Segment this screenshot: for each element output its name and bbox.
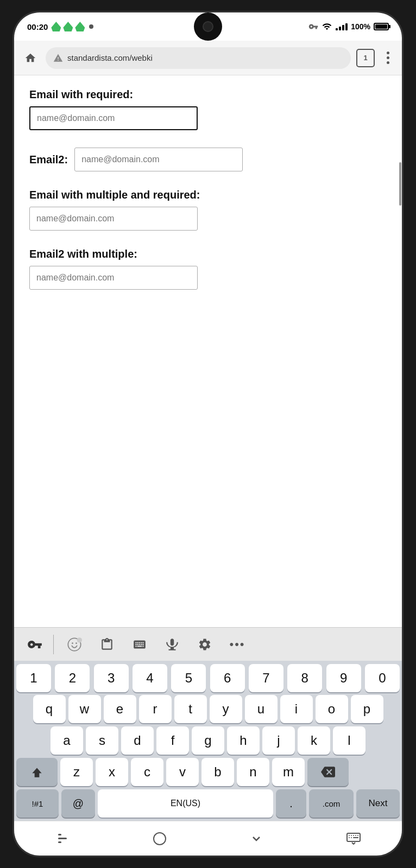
menu-dot-3 <box>387 61 389 64</box>
field3-label: Email with multiple and required: <box>29 189 387 201</box>
space-label: EN(US) <box>171 799 200 808</box>
tab-button[interactable]: 1 <box>356 49 375 67</box>
emoji-icon <box>67 637 82 652</box>
email-required-section: Email with required: <box>29 88 387 130</box>
key-c[interactable]: c <box>131 758 163 786</box>
more-button[interactable]: ••• <box>223 631 251 658</box>
at-key[interactable]: @ <box>61 789 95 818</box>
status-icons <box>51 22 93 31</box>
key-q[interactable]: q <box>33 695 66 723</box>
content-area: Email with required: Email2: Email with … <box>14 75 402 627</box>
email-required-input[interactable] <box>29 106 198 130</box>
scrollbar-track <box>399 75 402 627</box>
status-bar: 00:20 <box>14 12 402 41</box>
key-p[interactable]: p <box>351 695 383 723</box>
key-4[interactable]: 4 <box>133 664 167 692</box>
key-icon <box>27 637 42 652</box>
mic-button[interactable] <box>158 631 186 658</box>
shift-key[interactable] <box>16 758 58 786</box>
key-2[interactable]: 2 <box>55 664 90 692</box>
menu-dot-1 <box>387 52 389 54</box>
symbols-label: !#1 <box>32 799 43 808</box>
key-o[interactable]: o <box>316 695 348 723</box>
keyboard-hide-icon <box>346 833 361 845</box>
clipboard-button[interactable] <box>93 631 121 658</box>
nav-back-button[interactable] <box>46 827 79 851</box>
key-6[interactable]: 6 <box>210 664 245 692</box>
home-button[interactable] <box>21 48 40 68</box>
key-v[interactable]: v <box>166 758 199 786</box>
email2-multiple-section: Email2 with multiple: <box>29 248 387 290</box>
key-0[interactable]: 0 <box>365 664 400 692</box>
home-icon <box>24 52 36 64</box>
wifi-icon <box>322 22 332 31</box>
keyboard-button[interactable] <box>125 631 154 658</box>
dotcom-label: .com <box>323 799 341 808</box>
key-7[interactable]: 7 <box>249 664 283 692</box>
backspace-key[interactable] <box>307 758 349 786</box>
symbols-key[interactable]: !#1 <box>16 789 59 818</box>
key-t[interactable]: t <box>174 695 207 723</box>
dotcom-key[interactable]: .com <box>309 789 354 818</box>
more-dots: ••• <box>229 637 245 652</box>
key-r[interactable]: r <box>139 695 172 723</box>
key-m[interactable]: m <box>272 758 305 786</box>
next-label: Next <box>369 798 388 809</box>
toolbar-separator <box>53 635 54 654</box>
nav-home-button[interactable] <box>143 827 176 851</box>
key-b[interactable]: b <box>201 758 234 786</box>
key-f[interactable]: f <box>156 726 189 755</box>
email-multiple-required-input[interactable] <box>29 207 198 231</box>
key-5[interactable]: 5 <box>171 664 206 692</box>
email2-input[interactable] <box>74 148 243 171</box>
key-w[interactable]: w <box>68 695 101 723</box>
qwerty-row: q w e r t y u i o p <box>14 693 402 725</box>
key-s[interactable]: s <box>86 726 118 755</box>
status-right: 100% <box>308 22 389 31</box>
keyboard-toolbar: ••• <box>14 627 402 661</box>
key-n[interactable]: n <box>237 758 269 786</box>
emoji-button[interactable] <box>60 631 89 658</box>
key-i[interactable]: i <box>280 695 313 723</box>
key-8[interactable]: 8 <box>287 664 322 692</box>
nav-circle-icon <box>153 832 166 845</box>
key-e[interactable]: e <box>104 695 136 723</box>
settings-button[interactable] <box>191 631 219 658</box>
number-row: 1 2 3 4 5 6 7 8 9 0 <box>14 661 402 693</box>
nav-chevron-button[interactable] <box>240 827 273 851</box>
key-z[interactable]: z <box>60 758 93 786</box>
key-3[interactable]: 3 <box>94 664 129 692</box>
chevron-down-icon <box>250 832 263 845</box>
key-h[interactable]: h <box>227 726 260 755</box>
nav-keyboard-hide-button[interactable] <box>337 827 370 851</box>
key-a[interactable]: a <box>51 726 83 755</box>
battery-percent: 100% <box>351 22 370 31</box>
email-multiple-required-section: Email with multiple and required: <box>29 189 387 231</box>
key-j[interactable]: j <box>262 726 295 755</box>
email2-multiple-input[interactable] <box>29 266 198 290</box>
nav-bar <box>14 821 402 856</box>
key-l[interactable]: l <box>333 726 365 755</box>
key-d[interactable]: d <box>121 726 154 755</box>
space-key[interactable]: EN(US) <box>98 789 273 818</box>
next-key[interactable]: Next <box>356 789 400 818</box>
key-k[interactable]: k <box>298 726 330 755</box>
svg-point-2 <box>75 642 77 644</box>
status-left: 00:20 <box>27 22 93 31</box>
key-1[interactable]: 1 <box>16 664 51 692</box>
key-x[interactable]: x <box>96 758 128 786</box>
camera-lens <box>203 21 213 32</box>
key-u[interactable]: u <box>245 695 278 723</box>
key-g[interactable]: g <box>192 726 224 755</box>
scrollbar-thumb[interactable] <box>399 162 401 206</box>
nav-lines-icon <box>58 834 67 843</box>
dot-key[interactable]: . <box>276 789 306 818</box>
at-label: @ <box>73 797 84 810</box>
clipboard-icon <box>100 637 114 652</box>
menu-button[interactable] <box>380 48 395 68</box>
key-9[interactable]: 9 <box>326 664 361 692</box>
svg-point-3 <box>77 637 82 642</box>
key-y[interactable]: y <box>210 695 242 723</box>
android-icon-1 <box>51 22 61 31</box>
address-bar[interactable]: standardista.com/webki <box>46 47 351 69</box>
